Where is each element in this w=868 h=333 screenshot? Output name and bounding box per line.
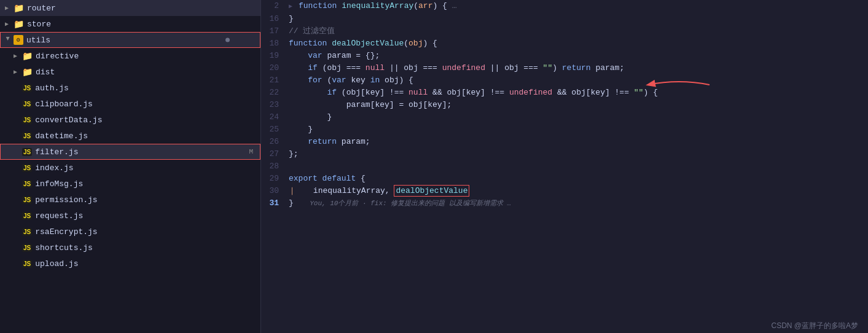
code-content[interactable]: 2 ▶function inequalityArray(arr) { … 16 … <box>261 0 868 333</box>
line-content: } <box>289 123 856 136</box>
sidebar-item-index-js[interactable]: JS index.js <box>0 160 260 176</box>
js-icon: JS <box>22 180 32 188</box>
git-tooltip: You, 10个月前 · fix: 修复提出来的问题 以及编写新增需求 … <box>294 200 511 207</box>
code-line-21: 21 for (var key in obj) { <box>261 74 868 87</box>
sidebar-item-label: dist <box>36 68 55 77</box>
modified-badge: M <box>249 148 256 155</box>
sidebar-item-label: shortcuts.js <box>35 243 93 253</box>
sidebar-item-label: rsaEncrypt.js <box>35 227 97 237</box>
code-line-16: 16 } <box>261 13 868 25</box>
sidebar-item-label: convertData.js <box>35 116 102 125</box>
sidebar-item-label: router <box>27 4 56 13</box>
js-icon: JS <box>22 228 32 236</box>
code-line-29: 29 export default { <box>261 173 868 185</box>
code-line-18: 18 function dealObjectValue(obj) { <box>261 37 868 50</box>
sidebar-item-permission-js[interactable]: JS permission.js <box>0 192 260 208</box>
sidebar-item-label: index.js <box>35 163 73 173</box>
code-line-23: 23 param[key] = obj[key]; <box>261 99 868 111</box>
folder-icon: 📁 <box>14 19 24 29</box>
code-line-30: 30 │ inequalityArray, dealObjectValue <box>261 185 868 197</box>
sidebar-item-request-js[interactable]: JS request.js <box>0 208 260 224</box>
chevron-right-icon: ▶ <box>14 68 20 76</box>
highlighted-token-dealobjectvalue: dealObjectValue <box>394 186 469 196</box>
line-number: 19 <box>261 50 289 62</box>
js-icon: JS <box>22 244 32 252</box>
line-content: │ inequalityArray, dealObjectValue <box>289 185 856 197</box>
sidebar-item-label: clipboard.js <box>35 100 93 109</box>
js-icon: JS <box>22 196 32 204</box>
js-icon: JS <box>22 100 32 108</box>
folder-icon: 📁 <box>14 3 24 14</box>
line-number: 25 <box>261 123 289 136</box>
git-indicator: │ <box>290 187 294 195</box>
chevron-right-icon: ▶ <box>5 4 11 12</box>
line-content: ▶function inequalityArray(arr) { … <box>289 0 856 13</box>
sidebar-item-label: auth.js <box>35 84 69 93</box>
sidebar-item-clipboard-js[interactable]: JS clipboard.js <box>0 96 260 112</box>
code-line-24: 24 } <box>261 111 868 123</box>
chevron-right-icon: ▶ <box>5 20 11 28</box>
watermark-text: CSDN @蓝胖子的多啦A梦 <box>771 321 858 330</box>
code-line-22: 22 if (obj[key] !== null && obj[key] !==… <box>261 87 868 99</box>
folder-icon: 📁 <box>22 67 33 77</box>
sidebar-item-label: infoMsg.js <box>35 179 83 189</box>
js-icon: JS <box>22 164 32 172</box>
sidebar-item-label: request.js <box>35 211 83 221</box>
code-editor: 2 ▶function inequalityArray(arr) { … 16 … <box>261 0 868 333</box>
line-content: } You, 10个月前 · fix: 修复提出来的问题 以及编写新增需求 … <box>289 197 856 210</box>
js-icon: JS <box>22 212 32 220</box>
line-content: if (obj === null || obj === undefined ||… <box>289 62 856 74</box>
fold-icon[interactable]: ▶ <box>289 1 296 13</box>
line-number: 26 <box>261 136 289 148</box>
line-content: } <box>289 13 856 25</box>
line-number: 18 <box>261 37 289 50</box>
code-line-19: 19 var param = {}; <box>261 50 868 62</box>
sidebar-item-router[interactable]: ▶ 📁 router <box>0 0 260 16</box>
code-line-25: 25 } <box>261 123 868 136</box>
line-number: 23 <box>261 99 289 111</box>
sidebar-item-label: store <box>27 20 51 29</box>
line-content: var param = {}; <box>289 50 856 62</box>
sidebar-item-upload-js[interactable]: JS upload.js <box>0 256 260 272</box>
sidebar-item-dist[interactable]: ▶ 📁 dist <box>0 64 260 80</box>
line-number: 2 <box>261 0 289 12</box>
line-content: param[key] = obj[key]; <box>289 99 856 111</box>
chevron-right-icon: ▶ <box>14 52 20 60</box>
sidebar-item-convertdata-js[interactable]: JS convertData.js <box>0 112 260 128</box>
sidebar-item-label: directive <box>36 52 79 61</box>
line-number: 24 <box>261 111 289 123</box>
code-line-20: 20 if (obj === null || obj === undefined… <box>261 62 868 74</box>
sidebar-item-utils[interactable]: ▶ utils <box>0 32 260 48</box>
sidebar-item-auth-js[interactable]: JS auth.js <box>0 80 260 96</box>
line-content: // 过滤空值 <box>289 25 856 37</box>
line-number: 29 <box>261 173 289 185</box>
sidebar-item-rsaencrypt-js[interactable]: JS rsaEncrypt.js <box>0 224 260 240</box>
sidebar-item-label: filter.js <box>35 147 78 157</box>
chevron-down-icon: ▶ <box>4 37 12 43</box>
js-icon: JS <box>22 132 32 140</box>
sidebar-item-store[interactable]: ▶ 📁 store <box>0 16 260 32</box>
sidebar-item-filter-js[interactable]: JS filter.js M <box>0 144 260 160</box>
sidebar-item-directive[interactable]: ▶ 📁 directive <box>0 48 260 64</box>
sidebar-item-label: upload.js <box>35 259 78 268</box>
folder-icon: 📁 <box>22 51 33 61</box>
js-icon: JS <box>22 148 32 156</box>
code-line-17: 17 // 过滤空值 <box>261 25 868 37</box>
line-number: 31 <box>261 197 289 210</box>
sidebar-item-datetime-js[interactable]: JS datetime.js <box>0 128 260 144</box>
code-line-27: 27 }; <box>261 148 868 160</box>
js-icon: JS <box>22 260 32 268</box>
sidebar-item-shortcuts-js[interactable]: JS shortcuts.js <box>0 240 260 256</box>
sidebar-item-infomsg-js[interactable]: JS infoMsg.js <box>0 176 260 192</box>
line-content: } <box>289 111 856 123</box>
line-number: 28 <box>261 160 289 173</box>
watermark: CSDN @蓝胖子的多啦A梦 <box>761 319 868 333</box>
line-content: }; <box>289 148 856 160</box>
file-explorer: ▶ 📁 router ▶ 📁 store ▶ utils ▶ 📁 directi… <box>0 0 261 333</box>
line-number: 17 <box>261 25 289 37</box>
line-number: 22 <box>261 87 289 99</box>
code-line-31: 31 } You, 10个月前 · fix: 修复提出来的问题 以及编写新增需求… <box>261 197 868 210</box>
unsaved-indicator <box>225 38 230 42</box>
sidebar-item-label: permission.js <box>35 195 97 205</box>
js-icon: JS <box>22 116 32 124</box>
